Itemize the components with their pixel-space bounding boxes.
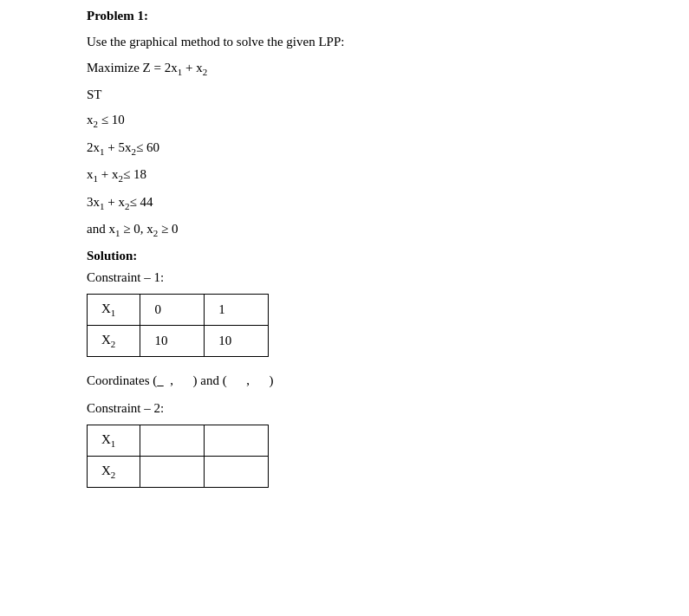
c1-line: x2 ≤ 10 [87,109,637,133]
constraint-2-table: X1 X2 [87,425,269,488]
table-cell-x1-val2: 1 [205,295,269,326]
constraint-2-label: Constraint – 2: [87,401,637,416]
table-cell-x2-label: X2 [88,326,140,357]
table-cell-c2-x2-val2 [205,457,269,488]
table-cell-x1-label: X1 [88,295,140,326]
table-row: X1 [88,425,269,457]
table-cell-c2-x2-val1 [140,457,205,488]
table-cell-x1-val1: 0 [140,295,205,326]
table-cell-c2-x2-label: X2 [88,457,140,488]
intro-line: Use the graphical method to solve the gi… [87,32,637,52]
table-row: X1 0 1 [88,295,269,326]
constraint-1-label: Constraint – 1: [87,270,637,285]
constraint-1-table: X1 0 1 X2 10 10 [87,294,269,357]
maximize-line: Maximize Z = 2x1 + x2 [87,57,637,81]
st-line: ST [87,84,637,105]
table-cell-x2-val1: 10 [140,326,205,357]
table-cell-c2-x1-val2 [205,425,269,457]
table-row: X2 [88,457,269,488]
coordinates-line: Coordinates ( , ) and ( , ) [87,369,637,392]
table-cell-c2-x1-val1 [140,425,205,457]
table-cell-x2-val2: 10 [205,326,269,357]
coord-underscore [157,373,164,387]
table-row: X2 10 10 [88,326,269,357]
c2-line: 2x1 + 5x2≤ 60 [87,137,637,160]
problem-title: Problem 1: [87,9,637,23]
c3-line: x1 + x2≤ 18 [87,164,637,187]
nonneg-line: and x1 ≥ 0, x2 ≥ 0 [87,218,637,242]
table-cell-c2-x1-label: X1 [88,425,140,457]
solution-label: Solution: [87,249,637,263]
c4-line: 3x1 + x2≤ 44 [87,191,637,215]
